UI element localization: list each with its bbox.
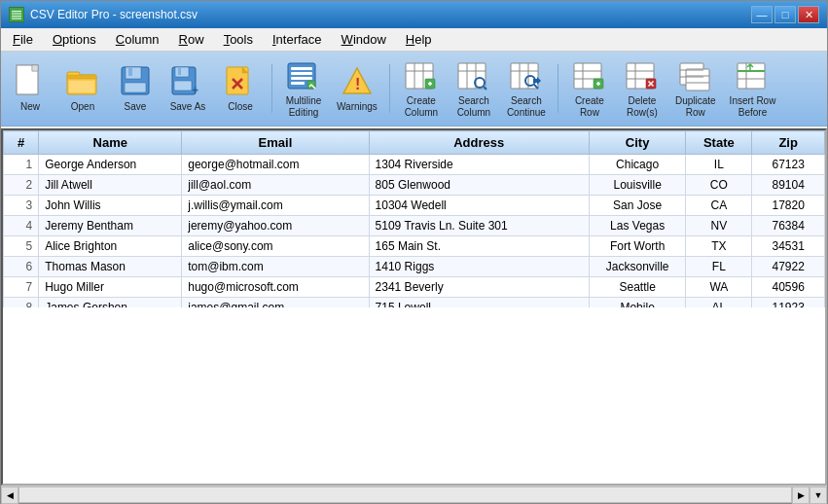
menu-interface[interactable]: Interface: [265, 30, 330, 49]
toolbar-insert-row-button[interactable]: Insert RowBefore: [726, 55, 780, 122]
close-button[interactable]: ✕: [798, 6, 819, 23]
cell-num[interactable]: 1: [4, 155, 39, 175]
toolbar-create-row-button[interactable]: CreateRow: [566, 55, 613, 122]
menu-column[interactable]: Column: [108, 30, 167, 49]
cell-name[interactable]: James Gershon: [39, 298, 182, 307]
toolbar-new-button[interactable]: New: [7, 61, 54, 116]
cell-name[interactable]: Thomas Mason: [39, 257, 182, 277]
col-header-address[interactable]: Address: [369, 131, 589, 155]
table-row[interactable]: 1 George Anderson george@hotmail.com 130…: [4, 155, 825, 175]
cell-city[interactable]: Jacksonville: [589, 257, 686, 277]
toolbar-warnings-button[interactable]: ! Warnings: [333, 61, 381, 116]
cell-address[interactable]: 165 Main St.: [369, 236, 589, 257]
menu-window[interactable]: Window: [334, 30, 394, 49]
toolbar-search-continue-button[interactable]: SearchContinue: [503, 55, 550, 122]
cell-zip[interactable]: 11923: [752, 298, 825, 307]
cell-address[interactable]: 1304 Riverside: [369, 155, 589, 175]
col-header-city[interactable]: City: [589, 131, 686, 155]
table-row[interactable]: 8 James Gershon james@gmail.com 715 Lowe…: [4, 298, 825, 307]
cell-name[interactable]: Jeremy Bentham: [39, 216, 182, 236]
cell-name[interactable]: Jill Atwell: [39, 175, 182, 196]
cell-zip[interactable]: 17820: [752, 196, 825, 216]
cell-zip[interactable]: 47922: [752, 257, 825, 277]
minimize-button[interactable]: —: [751, 6, 773, 23]
cell-email[interactable]: j.willis@ymail.com: [182, 196, 369, 216]
maximize-button[interactable]: □: [774, 6, 796, 23]
cell-city[interactable]: Fort Worth: [589, 236, 686, 257]
cell-address[interactable]: 5109 Travis Ln. Suite 301: [369, 216, 589, 236]
menu-file[interactable]: File: [5, 30, 41, 49]
cell-state[interactable]: NV: [686, 216, 752, 236]
cell-state[interactable]: WA: [686, 277, 752, 298]
toolbar-duplicate-row-button[interactable]: DuplicateRow: [671, 55, 720, 122]
table-scroll[interactable]: # Name Email Address City State Zip 1 Ge…: [3, 130, 825, 307]
cell-state[interactable]: CA: [686, 196, 752, 216]
cell-num[interactable]: 5: [4, 236, 39, 257]
cell-city[interactable]: Chicago: [589, 155, 686, 175]
col-header-name[interactable]: Name: [39, 131, 182, 155]
cell-email[interactable]: jeremy@yahoo.com: [182, 216, 369, 236]
cell-num[interactable]: 7: [4, 277, 39, 298]
cell-zip[interactable]: 40596: [752, 277, 825, 298]
cell-state[interactable]: TX: [686, 236, 752, 257]
col-header-num[interactable]: #: [4, 131, 39, 155]
cell-name[interactable]: George Anderson: [39, 155, 182, 175]
toolbar-save-button[interactable]: Save: [112, 61, 159, 116]
cell-zip[interactable]: 67123: [752, 155, 825, 175]
cell-city[interactable]: Seattle: [589, 277, 686, 298]
cell-email[interactable]: alice@sony.com: [182, 236, 369, 257]
cell-zip[interactable]: 76384: [752, 216, 825, 236]
cell-zip[interactable]: 89104: [752, 175, 825, 196]
cell-name[interactable]: Alice Brighton: [39, 236, 182, 257]
cell-num[interactable]: 8: [4, 298, 39, 307]
toolbar-delete-rows-button[interactable]: DeleteRow(s): [619, 55, 666, 122]
menu-help[interactable]: Help: [398, 30, 440, 49]
cell-city[interactable]: San Jose: [589, 196, 686, 216]
table-row[interactable]: 4 Jeremy Bentham jeremy@yahoo.com 5109 T…: [4, 216, 825, 236]
cell-num[interactable]: 3: [4, 196, 39, 216]
cell-state[interactable]: IL: [686, 155, 752, 175]
col-header-state[interactable]: State: [686, 131, 752, 155]
cell-email[interactable]: james@gmail.com: [182, 298, 369, 307]
table-row[interactable]: 5 Alice Brighton alice@sony.com 165 Main…: [4, 236, 825, 257]
cell-address[interactable]: 10304 Wedell: [369, 196, 589, 216]
toolbar-create-column-button[interactable]: CreateColumn: [398, 55, 445, 122]
cell-city[interactable]: Las Vegas: [589, 216, 686, 236]
cell-zip[interactable]: 34531: [752, 236, 825, 257]
cell-email[interactable]: george@hotmail.com: [182, 155, 369, 175]
cell-email[interactable]: jill@aol.com: [182, 175, 369, 196]
scroll-right-arrow[interactable]: ▶: [792, 486, 810, 504]
col-header-zip[interactable]: Zip: [752, 131, 825, 155]
horizontal-scrollbar[interactable]: [18, 486, 792, 503]
cell-num[interactable]: 4: [4, 216, 39, 236]
scroll-left-arrow[interactable]: ◀: [1, 486, 18, 504]
menu-tools[interactable]: Tools: [216, 30, 261, 49]
toolbar-save-as-button[interactable]: + Save As: [164, 61, 211, 116]
toolbar-open-button[interactable]: Open: [59, 61, 106, 116]
table-row[interactable]: 7 Hugo Miller hugo@microsoft.com 2341 Be…: [4, 277, 825, 298]
cell-city[interactable]: Mobile: [589, 298, 686, 307]
cell-address[interactable]: 1410 Riggs: [369, 257, 589, 277]
cell-email[interactable]: hugo@microsoft.com: [182, 277, 369, 298]
cell-state[interactable]: FL: [686, 257, 752, 277]
cell-name[interactable]: John Willis: [39, 196, 182, 216]
menu-row[interactable]: Row: [171, 30, 212, 49]
col-header-email[interactable]: Email: [182, 131, 369, 155]
table-row[interactable]: 3 John Willis j.willis@ymail.com 10304 W…: [4, 196, 825, 216]
toolbar-close-button[interactable]: Close: [217, 61, 264, 116]
cell-city[interactable]: Louisville: [589, 175, 686, 196]
scroll-down-arrow[interactable]: ▼: [810, 486, 827, 504]
toolbar-search-column-button[interactable]: SearchColumn: [450, 55, 497, 122]
menu-options[interactable]: Options: [45, 30, 104, 49]
cell-state[interactable]: CO: [686, 175, 752, 196]
cell-num[interactable]: 2: [4, 175, 39, 196]
cell-address[interactable]: 805 Glenwood: [369, 175, 589, 196]
cell-address[interactable]: 2341 Beverly: [369, 277, 589, 298]
table-row[interactable]: 6 Thomas Mason tom@ibm.com 1410 Riggs Ja…: [4, 257, 825, 277]
toolbar-multiline-button[interactable]: MultilineEditing: [280, 55, 327, 122]
cell-name[interactable]: Hugo Miller: [39, 277, 182, 298]
table-row[interactable]: 2 Jill Atwell jill@aol.com 805 Glenwood …: [4, 175, 825, 196]
cell-state[interactable]: AL: [686, 298, 752, 307]
cell-address[interactable]: 715 Lowell: [369, 298, 589, 307]
cell-num[interactable]: 6: [4, 257, 39, 277]
